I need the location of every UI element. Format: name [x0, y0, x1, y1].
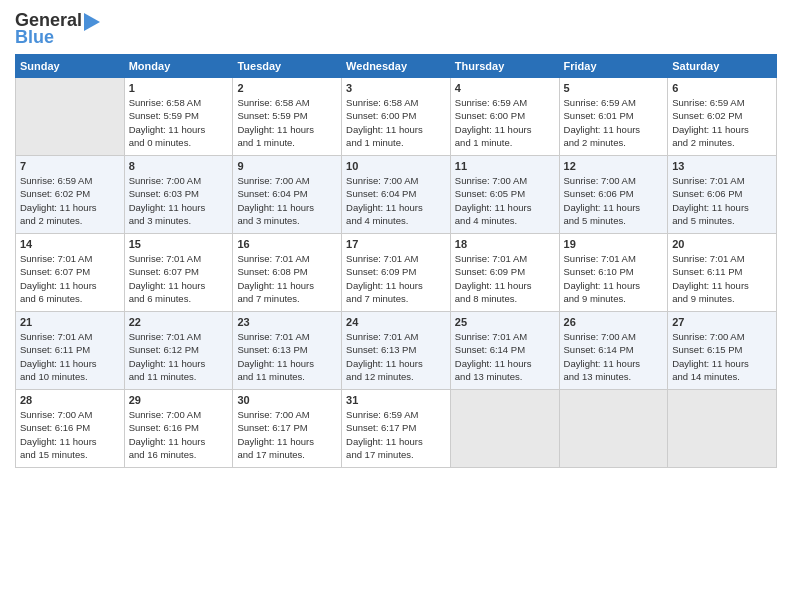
day-cell: 6Sunrise: 6:59 AM Sunset: 6:02 PM Daylig…: [668, 78, 777, 156]
day-info: Sunrise: 6:59 AM Sunset: 6:02 PM Dayligh…: [672, 96, 772, 149]
day-cell: 5Sunrise: 6:59 AM Sunset: 6:01 PM Daylig…: [559, 78, 668, 156]
day-cell: 18Sunrise: 7:01 AM Sunset: 6:09 PM Dayli…: [450, 234, 559, 312]
day-number: 3: [346, 82, 446, 94]
day-number: 28: [20, 394, 120, 406]
day-cell: 16Sunrise: 7:01 AM Sunset: 6:08 PM Dayli…: [233, 234, 342, 312]
day-number: 5: [564, 82, 664, 94]
day-number: 12: [564, 160, 664, 172]
day-cell: 25Sunrise: 7:01 AM Sunset: 6:14 PM Dayli…: [450, 312, 559, 390]
day-cell: [559, 390, 668, 468]
column-header-saturday: Saturday: [668, 55, 777, 78]
day-number: 24: [346, 316, 446, 328]
day-cell: 2Sunrise: 6:58 AM Sunset: 5:59 PM Daylig…: [233, 78, 342, 156]
day-info: Sunrise: 7:00 AM Sunset: 6:04 PM Dayligh…: [237, 174, 337, 227]
day-info: Sunrise: 7:00 AM Sunset: 6:06 PM Dayligh…: [564, 174, 664, 227]
day-number: 21: [20, 316, 120, 328]
day-info: Sunrise: 7:00 AM Sunset: 6:05 PM Dayligh…: [455, 174, 555, 227]
day-number: 23: [237, 316, 337, 328]
day-number: 25: [455, 316, 555, 328]
day-cell: 15Sunrise: 7:01 AM Sunset: 6:07 PM Dayli…: [124, 234, 233, 312]
logo-blue-text: Blue: [15, 27, 54, 48]
day-info: Sunrise: 7:01 AM Sunset: 6:11 PM Dayligh…: [672, 252, 772, 305]
week-row-5: 28Sunrise: 7:00 AM Sunset: 6:16 PM Dayli…: [16, 390, 777, 468]
day-info: Sunrise: 6:59 AM Sunset: 6:17 PM Dayligh…: [346, 408, 446, 461]
day-number: 31: [346, 394, 446, 406]
day-number: 16: [237, 238, 337, 250]
day-info: Sunrise: 7:00 AM Sunset: 6:04 PM Dayligh…: [346, 174, 446, 227]
day-info: Sunrise: 7:01 AM Sunset: 6:10 PM Dayligh…: [564, 252, 664, 305]
day-info: Sunrise: 7:01 AM Sunset: 6:07 PM Dayligh…: [129, 252, 229, 305]
day-info: Sunrise: 6:58 AM Sunset: 5:59 PM Dayligh…: [237, 96, 337, 149]
day-info: Sunrise: 7:01 AM Sunset: 6:08 PM Dayligh…: [237, 252, 337, 305]
column-header-friday: Friday: [559, 55, 668, 78]
column-header-thursday: Thursday: [450, 55, 559, 78]
day-cell: 27Sunrise: 7:00 AM Sunset: 6:15 PM Dayli…: [668, 312, 777, 390]
day-info: Sunrise: 7:00 AM Sunset: 6:15 PM Dayligh…: [672, 330, 772, 383]
header: General Blue: [15, 10, 777, 48]
day-cell: 12Sunrise: 7:00 AM Sunset: 6:06 PM Dayli…: [559, 156, 668, 234]
day-number: 11: [455, 160, 555, 172]
week-row-2: 7Sunrise: 6:59 AM Sunset: 6:02 PM Daylig…: [16, 156, 777, 234]
day-cell: 31Sunrise: 6:59 AM Sunset: 6:17 PM Dayli…: [342, 390, 451, 468]
day-cell: 30Sunrise: 7:00 AM Sunset: 6:17 PM Dayli…: [233, 390, 342, 468]
day-cell: 8Sunrise: 7:00 AM Sunset: 6:03 PM Daylig…: [124, 156, 233, 234]
day-info: Sunrise: 6:59 AM Sunset: 6:01 PM Dayligh…: [564, 96, 664, 149]
column-header-monday: Monday: [124, 55, 233, 78]
day-cell: 3Sunrise: 6:58 AM Sunset: 6:00 PM Daylig…: [342, 78, 451, 156]
day-cell: 14Sunrise: 7:01 AM Sunset: 6:07 PM Dayli…: [16, 234, 125, 312]
day-number: 14: [20, 238, 120, 250]
day-cell: 23Sunrise: 7:01 AM Sunset: 6:13 PM Dayli…: [233, 312, 342, 390]
day-info: Sunrise: 6:58 AM Sunset: 6:00 PM Dayligh…: [346, 96, 446, 149]
day-info: Sunrise: 7:00 AM Sunset: 6:16 PM Dayligh…: [20, 408, 120, 461]
column-header-wednesday: Wednesday: [342, 55, 451, 78]
day-number: 26: [564, 316, 664, 328]
day-cell: 7Sunrise: 6:59 AM Sunset: 6:02 PM Daylig…: [16, 156, 125, 234]
day-info: Sunrise: 7:01 AM Sunset: 6:12 PM Dayligh…: [129, 330, 229, 383]
header-row: SundayMondayTuesdayWednesdayThursdayFrid…: [16, 55, 777, 78]
day-cell: 1Sunrise: 6:58 AM Sunset: 5:59 PM Daylig…: [124, 78, 233, 156]
day-number: 22: [129, 316, 229, 328]
column-header-tuesday: Tuesday: [233, 55, 342, 78]
day-info: Sunrise: 7:01 AM Sunset: 6:11 PM Dayligh…: [20, 330, 120, 383]
day-number: 4: [455, 82, 555, 94]
day-info: Sunrise: 7:01 AM Sunset: 6:13 PM Dayligh…: [346, 330, 446, 383]
week-row-3: 14Sunrise: 7:01 AM Sunset: 6:07 PM Dayli…: [16, 234, 777, 312]
day-info: Sunrise: 7:00 AM Sunset: 6:03 PM Dayligh…: [129, 174, 229, 227]
day-info: Sunrise: 7:01 AM Sunset: 6:06 PM Dayligh…: [672, 174, 772, 227]
day-info: Sunrise: 7:01 AM Sunset: 6:09 PM Dayligh…: [346, 252, 446, 305]
calendar-table: SundayMondayTuesdayWednesdayThursdayFrid…: [15, 54, 777, 468]
day-number: 19: [564, 238, 664, 250]
day-cell: 22Sunrise: 7:01 AM Sunset: 6:12 PM Dayli…: [124, 312, 233, 390]
day-info: Sunrise: 7:00 AM Sunset: 6:14 PM Dayligh…: [564, 330, 664, 383]
day-cell: 13Sunrise: 7:01 AM Sunset: 6:06 PM Dayli…: [668, 156, 777, 234]
day-number: 17: [346, 238, 446, 250]
day-cell: 10Sunrise: 7:00 AM Sunset: 6:04 PM Dayli…: [342, 156, 451, 234]
logo: General Blue: [15, 10, 100, 48]
day-number: 13: [672, 160, 772, 172]
day-info: Sunrise: 7:00 AM Sunset: 6:16 PM Dayligh…: [129, 408, 229, 461]
day-info: Sunrise: 7:01 AM Sunset: 6:14 PM Dayligh…: [455, 330, 555, 383]
day-info: Sunrise: 6:59 AM Sunset: 6:02 PM Dayligh…: [20, 174, 120, 227]
day-info: Sunrise: 6:59 AM Sunset: 6:00 PM Dayligh…: [455, 96, 555, 149]
day-info: Sunrise: 7:01 AM Sunset: 6:13 PM Dayligh…: [237, 330, 337, 383]
column-header-sunday: Sunday: [16, 55, 125, 78]
day-info: Sunrise: 7:00 AM Sunset: 6:17 PM Dayligh…: [237, 408, 337, 461]
day-cell: 29Sunrise: 7:00 AM Sunset: 6:16 PM Dayli…: [124, 390, 233, 468]
day-number: 30: [237, 394, 337, 406]
day-cell: 19Sunrise: 7:01 AM Sunset: 6:10 PM Dayli…: [559, 234, 668, 312]
day-cell: 4Sunrise: 6:59 AM Sunset: 6:00 PM Daylig…: [450, 78, 559, 156]
day-info: Sunrise: 7:01 AM Sunset: 6:07 PM Dayligh…: [20, 252, 120, 305]
day-number: 1: [129, 82, 229, 94]
day-number: 27: [672, 316, 772, 328]
day-number: 9: [237, 160, 337, 172]
week-row-4: 21Sunrise: 7:01 AM Sunset: 6:11 PM Dayli…: [16, 312, 777, 390]
day-info: Sunrise: 6:58 AM Sunset: 5:59 PM Dayligh…: [129, 96, 229, 149]
day-cell: 28Sunrise: 7:00 AM Sunset: 6:16 PM Dayli…: [16, 390, 125, 468]
day-cell: [16, 78, 125, 156]
day-number: 2: [237, 82, 337, 94]
day-info: Sunrise: 7:01 AM Sunset: 6:09 PM Dayligh…: [455, 252, 555, 305]
day-number: 10: [346, 160, 446, 172]
day-cell: 17Sunrise: 7:01 AM Sunset: 6:09 PM Dayli…: [342, 234, 451, 312]
day-cell: 26Sunrise: 7:00 AM Sunset: 6:14 PM Dayli…: [559, 312, 668, 390]
day-cell: 20Sunrise: 7:01 AM Sunset: 6:11 PM Dayli…: [668, 234, 777, 312]
